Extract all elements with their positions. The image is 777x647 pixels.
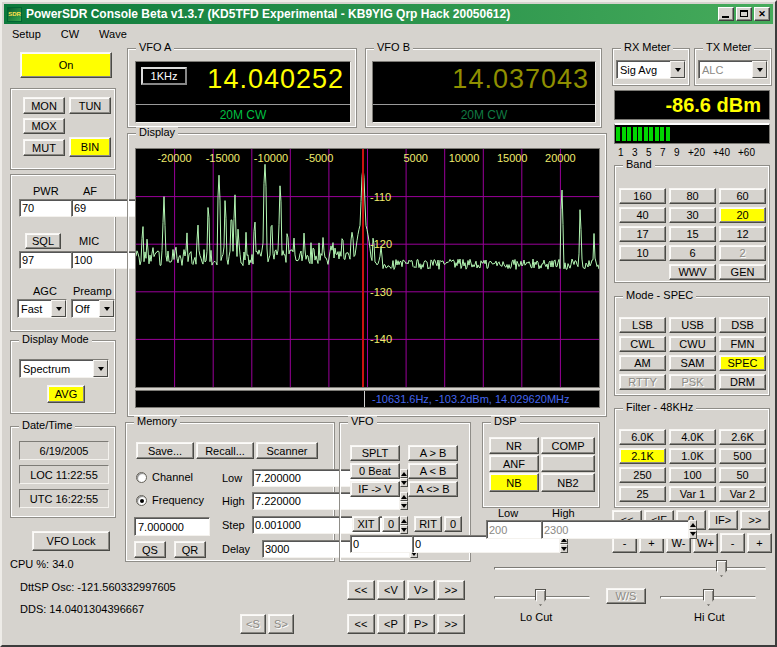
bin-button[interactable]: BIN [69, 137, 111, 157]
mode-button[interactable]: SAM [669, 355, 716, 371]
xit-spinner[interactable] [350, 535, 402, 553]
af-spinner[interactable] [71, 199, 113, 217]
hi-cut-slider[interactable] [660, 589, 756, 606]
vfo-step-down-button[interactable]: <V [377, 580, 405, 600]
power-on-button[interactable]: On [20, 52, 112, 78]
split-button[interactable]: SPLT [350, 445, 400, 461]
chevron-down-icon[interactable] [93, 360, 108, 377]
mode-button-active[interactable]: SPEC [719, 355, 766, 371]
preamp-dropdown[interactable]: Off [71, 299, 115, 318]
minimize-button[interactable] [718, 7, 734, 21]
anf-button[interactable]: ANF [489, 455, 539, 472]
chevron-down-icon[interactable] [670, 61, 685, 78]
band-button[interactable]: 160 [619, 188, 666, 204]
filter-button[interactable]: 6.0K [619, 429, 666, 445]
band-button[interactable]: 80 [669, 188, 716, 204]
slider-thumb[interactable] [535, 589, 546, 606]
title-bar[interactable]: SDR PowerSDR Console Beta v1.3.7 (KD5TFD… [4, 4, 773, 24]
nb-button[interactable]: NB [489, 473, 539, 492]
display-mode-dropdown[interactable]: Spectrum [19, 359, 109, 378]
rit-button[interactable]: RIT [414, 516, 442, 532]
if-shift-button[interactable]: >> [740, 510, 770, 530]
slider-thumb[interactable] [716, 560, 727, 577]
sql-spinner[interactable] [19, 251, 65, 269]
band-button[interactable]: 6 [669, 245, 716, 261]
close-button[interactable]: ✕ [754, 7, 770, 21]
pan-up-fast-button[interactable]: >> [437, 614, 465, 634]
vfo-lock-button[interactable]: VFO Lock [32, 531, 110, 551]
filter-button[interactable]: 250 [619, 467, 666, 483]
band-button[interactable]: 30 [669, 207, 716, 223]
mut-button[interactable]: MUT [23, 139, 65, 156]
filter-button[interactable]: Var 1 [669, 486, 716, 502]
if-shift-button[interactable]: IF> [708, 510, 738, 530]
maximize-button[interactable] [736, 7, 752, 21]
agc-dropdown[interactable]: Fast [17, 299, 67, 318]
mox-button[interactable]: MOX [23, 118, 65, 134]
rx-meter-dropdown[interactable]: Sig Avg [616, 60, 686, 79]
mode-button[interactable]: AM [619, 355, 666, 371]
lo-cut-slider[interactable] [494, 589, 590, 606]
rit-zero-button[interactable]: 0 [444, 516, 462, 532]
radio-icon[interactable] [136, 495, 147, 506]
pwr-spinner[interactable] [19, 199, 65, 217]
qr-button[interactable]: QR [174, 541, 206, 558]
rit-spinner[interactable] [412, 535, 464, 553]
mode-button[interactable]: LSB [619, 317, 666, 333]
avg-button[interactable]: AVG [47, 385, 85, 403]
band-button[interactable]: 10 [619, 245, 666, 261]
filter-button[interactable]: Var 2 [719, 486, 766, 502]
if-to-v-button[interactable]: IF -> V [350, 481, 400, 497]
xit-zero-button[interactable]: 0 [382, 516, 400, 532]
filter-button[interactable]: 25 [619, 486, 666, 502]
vfo-a-display[interactable]: 1KHz 14.040252 20M CW [135, 61, 351, 123]
memory-save-button[interactable]: Save... [136, 442, 194, 459]
band-button[interactable]: WWV [669, 264, 716, 280]
zero-beat-button[interactable]: 0 Beat [350, 463, 400, 479]
menu-setup[interactable]: Setup [12, 28, 41, 40]
vfo-step-up-fast-button[interactable]: >> [437, 580, 465, 600]
filter-button-active[interactable]: 2.1K [619, 448, 666, 464]
scan-high-spinner[interactable] [252, 492, 320, 510]
vfo-step-down-fast-button[interactable]: << [347, 580, 375, 600]
band-button[interactable]: 12 [719, 226, 766, 242]
memory-channel-radio[interactable]: Channel [136, 471, 193, 483]
mode-button[interactable]: CWL [619, 336, 666, 352]
menu-wave[interactable]: Wave [99, 28, 127, 40]
scan-step-spinner[interactable] [252, 516, 320, 534]
scan-delay-spinner[interactable] [262, 540, 320, 558]
chevron-down-icon[interactable] [99, 300, 114, 317]
band-button[interactable]: 17 [619, 226, 666, 242]
memory-recall-button[interactable]: Recall... [196, 442, 254, 459]
swap-a-b-button[interactable]: A <> B [408, 481, 458, 497]
down-icon[interactable] [560, 544, 568, 553]
chevron-down-icon[interactable] [51, 300, 66, 317]
nb2-button[interactable]: NB2 [541, 473, 595, 492]
mode-button[interactable]: DRM [719, 374, 766, 390]
filter-button[interactable]: 2.6K [719, 429, 766, 445]
mic-spinner[interactable] [71, 251, 115, 269]
vfo-a-tune-step[interactable]: 1KHz [141, 67, 187, 85]
pan-up-button[interactable]: P> [407, 614, 435, 634]
pan-down-button[interactable]: <P [377, 614, 405, 634]
filter-button[interactable]: 50 [719, 467, 766, 483]
xit-button[interactable]: XIT [352, 516, 380, 532]
band-button[interactable]: 40 [619, 207, 666, 223]
filter-width-button[interactable]: + [747, 533, 772, 553]
mode-button[interactable]: DSB [719, 317, 766, 333]
tun-button[interactable]: TUN [69, 97, 111, 114]
scan-low-spinner[interactable] [252, 469, 320, 487]
filter-button[interactable]: 4.0K [669, 429, 716, 445]
filter-button[interactable]: 100 [669, 467, 716, 483]
mode-button[interactable]: USB [669, 317, 716, 333]
band-button-active[interactable]: 20 [719, 207, 766, 223]
memory-frequency-radio[interactable]: Frequency [136, 494, 204, 506]
filter-button[interactable]: 500 [719, 448, 766, 464]
qs-button[interactable]: QS [134, 541, 166, 558]
b-to-a-button[interactable]: A < B [408, 463, 458, 479]
band-button[interactable]: GEN [719, 264, 766, 280]
spectrum-display[interactable]: -20000-15000-10000-500050001000015000200… [135, 148, 600, 388]
mode-button[interactable]: CWU [669, 336, 716, 352]
a-to-b-button[interactable]: A > B [408, 445, 458, 461]
vfo-step-up-button[interactable]: V> [407, 580, 435, 600]
